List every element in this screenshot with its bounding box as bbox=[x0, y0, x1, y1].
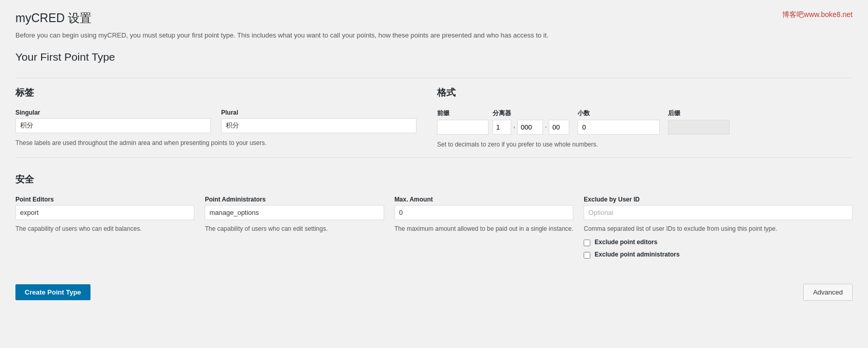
security-heading: 安全 bbox=[15, 173, 853, 188]
divider-security bbox=[15, 157, 853, 158]
exclude-admins-checkbox-label: Exclude point administrators bbox=[594, 251, 679, 258]
exclude-userid-helper: Comma separated list of user IDs to excl… bbox=[584, 224, 853, 233]
separator-num-input[interactable] bbox=[493, 120, 511, 135]
singular-field-group: Singular bbox=[15, 109, 211, 133]
divider-top bbox=[15, 78, 853, 78]
separator-label: 分离器 bbox=[493, 109, 569, 118]
point-editors-group: Point Editors The capability of users wh… bbox=[15, 196, 194, 263]
format-heading: 格式 bbox=[437, 86, 853, 101]
suffix-field-group: 后缀 bbox=[668, 109, 730, 135]
exclude-admins-checkbox[interactable] bbox=[584, 252, 590, 259]
point-admins-helper: The capability of users who can edit set… bbox=[205, 224, 384, 233]
format-fields-row: 前缀 分离器 , . 小数 后缀 bbox=[437, 109, 853, 135]
exclude-userid-group: Exclude by User ID Comma separated list … bbox=[584, 196, 853, 263]
decimals-val-input[interactable] bbox=[549, 120, 569, 135]
max-amount-helper: The maximum amount allowed to be paid ou… bbox=[394, 224, 573, 233]
suffix-label: 后缀 bbox=[668, 109, 730, 118]
suffix-input[interactable] bbox=[668, 120, 730, 135]
advanced-button[interactable]: Advanced bbox=[803, 284, 853, 301]
plural-input[interactable] bbox=[221, 118, 417, 133]
prefix-label: 前缀 bbox=[437, 109, 489, 118]
comma-separator: , bbox=[511, 121, 517, 133]
exclude-editors-checkbox-label: Exclude point editors bbox=[594, 239, 657, 246]
create-point-type-button[interactable]: Create Point Type bbox=[15, 284, 91, 300]
exclude-admins-checkbox-row: Exclude point administrators bbox=[584, 251, 853, 260]
separator-field-group: 分离器 , . bbox=[493, 109, 569, 135]
singular-input[interactable] bbox=[15, 118, 211, 133]
point-admins-label: Point Administrators bbox=[205, 196, 384, 203]
decimal-field-group: 小数 bbox=[577, 109, 660, 135]
site-link[interactable]: 博客吧www.boke8.net bbox=[782, 10, 853, 20]
prefix-field-group: 前缀 bbox=[437, 109, 489, 135]
labels-column: 标签 Singular Plural These labels are used… bbox=[15, 86, 417, 149]
labels-heading: 标签 bbox=[15, 86, 417, 101]
security-fields-row: Point Editors The capability of users wh… bbox=[15, 196, 853, 263]
plural-label: Plural bbox=[221, 109, 417, 116]
point-admins-group: Point Administrators The capability of u… bbox=[205, 196, 384, 263]
first-point-type-title: Your First Point Type bbox=[15, 51, 853, 67]
decimal-input[interactable] bbox=[577, 120, 660, 135]
prefix-input[interactable] bbox=[437, 120, 489, 135]
exclude-editors-checkbox[interactable] bbox=[584, 240, 590, 246]
plural-field-group: Plural bbox=[221, 109, 417, 133]
page-title: myCRED 设置 bbox=[15, 10, 92, 26]
decimal-label: 小数 bbox=[577, 109, 660, 118]
point-editors-label: Point Editors bbox=[15, 196, 194, 203]
exclude-userid-label: Exclude by User ID bbox=[584, 196, 853, 203]
exclude-userid-input[interactable] bbox=[584, 205, 853, 220]
max-amount-input[interactable] bbox=[394, 205, 573, 220]
point-admins-input[interactable] bbox=[205, 205, 384, 220]
format-column: 格式 前缀 分离器 , . 小数 bbox=[437, 86, 853, 149]
exclude-editors-checkbox-row: Exclude point editors bbox=[584, 239, 853, 248]
singular-label: Singular bbox=[15, 109, 211, 116]
footer-bar: Create Point Type Advanced bbox=[15, 279, 853, 301]
dot-separator: . bbox=[543, 121, 549, 133]
security-section: 安全 Point Editors The capability of users… bbox=[15, 173, 853, 263]
point-editors-input[interactable] bbox=[15, 205, 194, 220]
point-editors-helper: The capability of users who can edit bal… bbox=[15, 224, 194, 233]
thousands-input[interactable] bbox=[517, 120, 543, 135]
max-amount-label: Max. Amount bbox=[394, 196, 573, 203]
intro-text: Before you can begin using myCRED, you m… bbox=[15, 30, 853, 41]
labels-helper: These labels are used throughout the adm… bbox=[15, 138, 417, 148]
separator-inner: , . bbox=[493, 120, 569, 135]
checkboxes-group: Exclude point editors Exclude point admi… bbox=[584, 239, 853, 260]
max-amount-group: Max. Amount The maximum amount allowed t… bbox=[394, 196, 573, 263]
labels-fields-row: Singular Plural bbox=[15, 109, 417, 133]
format-helper: Set to decimals to zero if you prefer to… bbox=[437, 140, 853, 149]
